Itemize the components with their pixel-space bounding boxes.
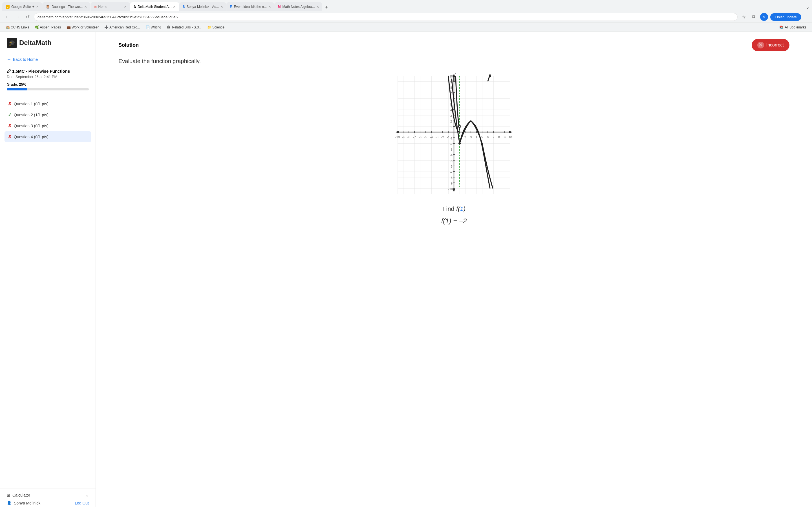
question-1-item[interactable]: ✗ Question 1 (0/1 pts)	[4, 98, 91, 109]
bookmark-icon-bills: 🏛	[167, 25, 171, 29]
forward-button[interactable]: →	[13, 13, 21, 21]
svg-text:-5: -5	[450, 159, 453, 163]
bookmark-star-button[interactable]: ☆	[740, 13, 748, 21]
back-button[interactable]: ←	[3, 13, 11, 21]
address-bar: ← → ↺ ☆ ⧉ S Finish update ⋮	[0, 11, 812, 23]
bookmark-red-cross[interactable]: ➕ American Red Cro...	[102, 24, 142, 30]
svg-text:4: 4	[450, 108, 452, 112]
tab-close-mathnotes[interactable]: ×	[317, 4, 319, 9]
tab-deltamath[interactable]: Δ DeltaMath Student A... ×	[130, 2, 179, 11]
question-2-item[interactable]: ✓ Question 2 (1/1 pts)	[4, 109, 91, 120]
svg-point-54	[458, 125, 461, 128]
finish-update-button[interactable]: Finish update	[770, 13, 801, 21]
bookmarks-bar: 🏫 CCHS Links 🌿 Aspen: Pages 💼 Work or Vo…	[0, 23, 812, 32]
logo: 🎓 DeltaMath	[0, 38, 96, 55]
svg-text:-5: -5	[424, 135, 427, 139]
solution-header: Solution ✕ Incorrect	[96, 32, 812, 51]
tab-duolingo[interactable]: 🦉 Duolingo - The wor... ×	[42, 2, 90, 11]
svg-text:-9: -9	[450, 182, 453, 185]
tab-label-duolingo: Duolingo - The wor...	[52, 5, 83, 9]
bookmark-work-volunteer[interactable]: 💼 Work or Volunteer	[64, 24, 101, 30]
bookmark-related-bills[interactable]: 🏛 Related Bills - S.3...	[165, 24, 204, 30]
tab-close-event[interactable]: ×	[268, 4, 271, 9]
svg-text:10: 10	[509, 135, 512, 139]
back-arrow-icon: ←	[7, 57, 11, 62]
tab-sonya[interactable]: S Sonya Mellnick - As... ×	[179, 2, 226, 11]
svg-text:-3: -3	[436, 135, 439, 139]
svg-text:-6: -6	[450, 165, 453, 168]
bookmark-writing[interactable]: 📄 Writing	[144, 24, 163, 30]
svg-text:-4: -4	[430, 135, 433, 139]
function-arg: 1	[460, 205, 463, 212]
svg-text:-8: -8	[407, 135, 410, 139]
svg-text:9: 9	[504, 135, 506, 139]
tab-icon-sonya: S	[183, 5, 185, 9]
tab-list-button[interactable]: ⌄	[806, 4, 810, 10]
profile-button[interactable]: S	[760, 13, 768, 21]
graduation-cap-icon: 🎓	[8, 40, 15, 46]
tab-mathnotes[interactable]: M Math Notes Algebra... ×	[274, 2, 322, 11]
find-function-text: Find f(1)	[96, 203, 812, 216]
address-input[interactable]	[34, 13, 738, 21]
svg-text:y: y	[455, 73, 458, 73]
menu-button[interactable]: ⋮	[804, 14, 809, 20]
tab-event[interactable]: E Event idea-Idk the n... ×	[226, 2, 274, 11]
tab-home[interactable]: ⊞ Home ×	[91, 2, 130, 11]
bookmark-icon-redcross: ➕	[104, 25, 108, 29]
tab-label-google: Google Suite ✦	[11, 5, 35, 9]
bookmark-icon-work: 💼	[66, 25, 70, 29]
wrong-icon-q1: ✗	[8, 101, 11, 107]
user-left: 👤 Sonya Mellnick	[7, 501, 40, 505]
svg-text:-2: -2	[450, 142, 453, 146]
question-4-label: Question 4 (0/1 pts)	[14, 135, 49, 139]
svg-text:-10: -10	[448, 187, 453, 191]
tab-icon-mathnotes: M	[278, 5, 281, 9]
user-name: Sonya Mellnick	[14, 501, 40, 505]
bookmark-aspen[interactable]: 🌿 Aspen: Pages	[33, 24, 63, 30]
find-label: Find	[442, 205, 456, 212]
question-4-item[interactable]: ✗ Question 4 (0/1 pts)	[4, 131, 91, 142]
refresh-button[interactable]: ↺	[24, 13, 32, 21]
question-3-label: Question 3 (0/1 pts)	[14, 124, 49, 128]
tab-close-google[interactable]: ×	[36, 4, 39, 9]
tab-close-home[interactable]: ×	[124, 4, 126, 9]
tab-icon-home: ⊞	[94, 5, 97, 9]
svg-text:3: 3	[470, 135, 472, 139]
bookmark-icon-writing: 📄	[146, 25, 150, 29]
tab-close-duolingo[interactable]: ×	[84, 4, 87, 9]
logout-button[interactable]: Log Out	[75, 501, 89, 505]
correct-icon-q2: ✓	[8, 112, 11, 117]
extensions-button[interactable]: ⧉	[750, 13, 758, 21]
back-home-link[interactable]: ← Back to Home	[0, 55, 96, 64]
toolbar-right: ☆ ⧉ S Finish update ⋮	[740, 13, 809, 21]
svg-text:-7: -7	[450, 170, 453, 174]
calculator-icon: ⊞	[7, 493, 10, 497]
bookmark-cchs-links[interactable]: 🏫 CCHS Links	[3, 24, 31, 30]
svg-text:1: 1	[450, 125, 452, 129]
svg-point-55	[458, 142, 461, 145]
calculator-row[interactable]: ⊞ Calculator ⌄	[7, 493, 89, 497]
svg-marker-50	[453, 73, 455, 77]
tab-icon-duolingo: 🦉	[46, 5, 50, 9]
tab-icon-google: G	[6, 5, 10, 9]
user-row: 👤 Sonya Mellnick Log Out	[7, 501, 89, 505]
tab-google-suite[interactable]: G Google Suite ✦ ×	[2, 2, 42, 11]
new-tab-button[interactable]: +	[322, 3, 331, 11]
bookmark-science[interactable]: 📁 Science	[205, 24, 227, 30]
tab-label-home: Home	[98, 5, 107, 9]
svg-text:10: 10	[449, 75, 453, 78]
logo-icon: 🎓	[7, 38, 17, 48]
svg-text:7: 7	[493, 135, 494, 139]
assignment-title: 🖊 1.5MC - Piecewise Functions	[7, 69, 89, 73]
incorrect-badge: ✕ Incorrect	[752, 39, 790, 51]
tab-close-sonya[interactable]: ×	[220, 4, 223, 9]
result-equation: f(1) = −2	[96, 216, 812, 233]
svg-text:8: 8	[450, 86, 452, 89]
question-3-item[interactable]: ✗ Question 3 (0/1 pts)	[4, 120, 91, 131]
svg-text:-7: -7	[413, 135, 416, 139]
svg-text:-10: -10	[395, 135, 400, 139]
tab-close-deltamath[interactable]: ×	[173, 4, 175, 9]
all-bookmarks-button[interactable]: 📚 All Bookmarks	[777, 24, 809, 30]
calculator-label: Calculator	[12, 493, 30, 497]
incorrect-label: Incorrect	[766, 43, 784, 48]
